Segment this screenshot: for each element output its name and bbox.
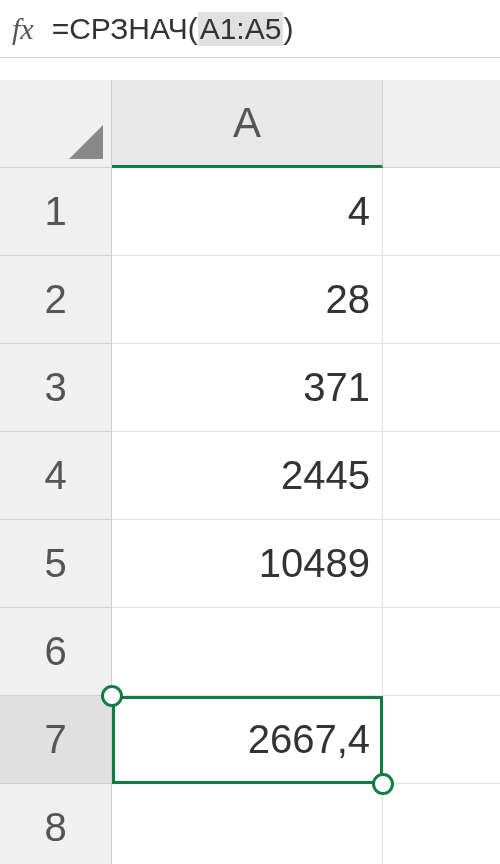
- cell-a3[interactable]: 371: [112, 344, 383, 432]
- selection-handle-top-left[interactable]: [101, 685, 123, 707]
- cell-b6[interactable]: [383, 608, 500, 696]
- cell-a4[interactable]: 2445: [112, 432, 383, 520]
- cell-b1[interactable]: [383, 168, 500, 256]
- cell-b7[interactable]: [383, 696, 500, 784]
- formula-bar[interactable]: fx =СРЗНАЧ( A1:A5 ): [0, 0, 500, 58]
- cell-b2[interactable]: [383, 256, 500, 344]
- formula-suffix: ): [283, 12, 293, 46]
- row-header-8[interactable]: 8: [0, 784, 112, 864]
- cell-a2[interactable]: 28: [112, 256, 383, 344]
- formula-prefix: =СРЗНАЧ(: [52, 12, 198, 46]
- row-header-3[interactable]: 3: [0, 344, 112, 432]
- column-header-empty[interactable]: [383, 80, 500, 168]
- cell-b8[interactable]: [383, 784, 500, 864]
- row-header-5[interactable]: 5: [0, 520, 112, 608]
- selection-handle-bottom-right[interactable]: [372, 773, 394, 795]
- cell-b3[interactable]: [383, 344, 500, 432]
- cell-b5[interactable]: [383, 520, 500, 608]
- row-header-2[interactable]: 2: [0, 256, 112, 344]
- spacer: [0, 58, 500, 80]
- row-header-6[interactable]: 6: [0, 608, 112, 696]
- spreadsheet-grid: A 1 4 2 28 3 371 4 2445 5 10489 6 7 2667…: [0, 80, 500, 864]
- cell-a7[interactable]: 2667,4: [112, 696, 383, 784]
- cell-a6[interactable]: [112, 608, 383, 696]
- row-header-7[interactable]: 7: [0, 696, 112, 784]
- row-header-1[interactable]: 1: [0, 168, 112, 256]
- cell-a1[interactable]: 4: [112, 168, 383, 256]
- cell-a8[interactable]: [112, 784, 383, 864]
- corner-triangle-icon: [69, 125, 103, 159]
- row-header-4[interactable]: 4: [0, 432, 112, 520]
- select-all-corner[interactable]: [0, 80, 112, 168]
- formula-range: A1:A5: [198, 12, 284, 46]
- formula-content[interactable]: =СРЗНАЧ( A1:A5 ): [52, 12, 294, 46]
- cell-a5[interactable]: 10489: [112, 520, 383, 608]
- column-header-a[interactable]: A: [112, 80, 383, 168]
- cell-b4[interactable]: [383, 432, 500, 520]
- fx-icon[interactable]: fx: [12, 12, 34, 46]
